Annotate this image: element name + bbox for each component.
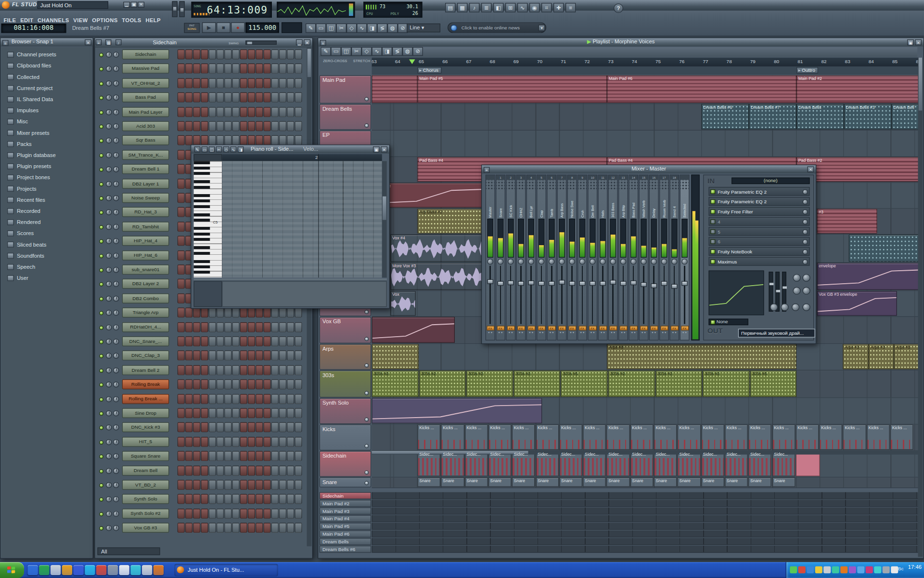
step-cell[interactable] xyxy=(178,437,185,447)
playlist-clip[interactable]: Dream Bells #7 xyxy=(749,104,796,129)
playlist-clip[interactable]: Sidec... xyxy=(678,451,701,476)
fx-slot-mix-knob[interactable] xyxy=(803,189,808,195)
step-cell[interactable] xyxy=(232,308,240,318)
mixer-pan-knob[interactable] xyxy=(498,259,504,264)
step-cell[interactable] xyxy=(271,394,279,404)
step-cell[interactable] xyxy=(287,351,294,361)
step-cell[interactable] xyxy=(264,480,271,490)
fx-enable-button[interactable]: FX xyxy=(568,326,576,330)
channel-button[interactable]: Bass Pad xyxy=(122,92,169,103)
step-cell[interactable] xyxy=(178,135,185,145)
taskbar-task-fl-studio[interactable]: Just Hold On - FL Stu... xyxy=(175,564,278,577)
track-lane[interactable] xyxy=(372,131,920,157)
mixer-strip-record-icon[interactable]: ● ● xyxy=(640,330,648,336)
mixer-strip-send-4[interactable]: 18Send 4FX● ● xyxy=(669,175,679,341)
step-cell[interactable] xyxy=(271,107,279,117)
mixer-strip-selected[interactable]: SelectedFX● ● xyxy=(680,175,690,341)
mixer-strip-bass-pad[interactable]: 14Bass PadFX● ● xyxy=(629,175,638,341)
step-cell[interactable] xyxy=(279,465,286,475)
mixer-pan-knob[interactable] xyxy=(661,259,667,264)
close-button[interactable]: ✕ xyxy=(138,2,144,8)
quicklaunch-icon-5[interactable] xyxy=(74,565,84,575)
playlist-clip[interactable]: Dream Bells xyxy=(796,104,844,129)
mixer-pan-knob[interactable] xyxy=(671,259,678,264)
channel-pan-knob[interactable] xyxy=(106,396,112,402)
step-cell[interactable] xyxy=(224,64,231,74)
step-cell[interactable] xyxy=(295,107,302,117)
step-cell[interactable] xyxy=(271,322,279,332)
step-cell[interactable] xyxy=(240,121,247,131)
playlist-clip[interactable]: Kicks ... xyxy=(867,424,890,449)
quicklaunch-icon-6[interactable] xyxy=(85,565,95,575)
step-cell[interactable] xyxy=(264,78,271,88)
step-cell[interactable] xyxy=(240,50,247,60)
fx-slot-7[interactable]: Fruity NoteBook xyxy=(709,247,810,256)
tray-icon-6[interactable] xyxy=(832,566,839,574)
playlist-clip[interactable]: Kicks ... xyxy=(678,424,701,449)
channel-button[interactable]: Dream Bell 2 xyxy=(122,365,169,375)
channel-pan-knob[interactable] xyxy=(106,324,112,330)
channel-volume-knob[interactable] xyxy=(113,281,119,287)
step-cell[interactable] xyxy=(224,121,231,131)
pl-mute-tool-icon[interactable]: ⊘ xyxy=(413,47,423,56)
channel-button[interactable]: DNC_Snare_... xyxy=(122,336,169,346)
browser-item[interactable]: Impulses xyxy=(2,105,91,117)
step-cell[interactable] xyxy=(271,308,279,318)
step-cell[interactable] xyxy=(271,365,279,375)
step-cell[interactable] xyxy=(264,380,271,390)
zero-cross-toggle[interactable]: ZERO-CROSS xyxy=(323,59,347,63)
step-cell[interactable] xyxy=(240,322,247,332)
playlist-clip[interactable]: Kicks ... xyxy=(725,424,748,449)
browser-item[interactable]: Plugin database xyxy=(2,150,91,161)
step-cell[interactable] xyxy=(279,494,286,504)
step-cell[interactable] xyxy=(248,121,255,131)
channel-volume-knob[interactable] xyxy=(113,238,119,244)
mixer-strip-noise-swe[interactable]: 8Noise SweFX● ● xyxy=(567,175,577,341)
step-cell[interactable] xyxy=(295,422,302,433)
snap-selector[interactable]: Line ▾ xyxy=(407,24,440,32)
step-cell[interactable] xyxy=(217,107,224,117)
tray-icon-1[interactable] xyxy=(790,566,797,574)
mixer-fader[interactable] xyxy=(610,266,616,324)
step-cell[interactable] xyxy=(279,308,286,318)
channel-mute-led[interactable] xyxy=(99,268,103,273)
step-cell[interactable] xyxy=(209,351,216,361)
step-cell[interactable] xyxy=(193,408,200,418)
track-name-Snare[interactable]: Snare xyxy=(320,477,372,487)
step-cell[interactable] xyxy=(256,451,263,461)
mixer-strip-delay[interactable]: 16DelayFX● ● xyxy=(649,175,659,341)
step-cell[interactable] xyxy=(178,107,185,117)
mixer-pan-knob[interactable] xyxy=(600,259,606,264)
step-cell[interactable] xyxy=(264,408,271,418)
channel-mute-led[interactable] xyxy=(99,81,103,86)
fader-handle[interactable] xyxy=(610,280,616,285)
channel-mute-led[interactable] xyxy=(99,282,103,287)
step-cell[interactable] xyxy=(295,380,302,390)
step-cell[interactable] xyxy=(256,494,263,504)
mixer-strip-record-icon[interactable]: ● ● xyxy=(599,330,607,336)
playlist-clip[interactable]: Snare xyxy=(441,477,464,487)
marker-outtro[interactable]: Outtro xyxy=(796,67,818,73)
fader-handle[interactable] xyxy=(569,281,576,286)
browser-close-icon[interactable]: ✕ xyxy=(85,39,91,45)
playlist-clip[interactable]: Dream Bells #3 xyxy=(844,104,892,129)
main-pitch-slider[interactable] xyxy=(180,1,185,17)
step-cell[interactable] xyxy=(256,107,263,117)
mixer-strip-record-icon[interactable]: ● ● xyxy=(486,330,495,336)
channel-mute-led[interactable] xyxy=(99,225,103,229)
channel-mute-led[interactable] xyxy=(99,125,103,129)
step-cell[interactable] xyxy=(224,523,231,533)
fader-handle[interactable] xyxy=(579,281,586,286)
mixer-pan-knob[interactable] xyxy=(641,259,647,264)
channel-button[interactable]: DNC_Kick #3 xyxy=(122,422,169,433)
track-name-Arps[interactable]: Arps xyxy=(320,344,372,370)
channel-pan-knob[interactable] xyxy=(106,353,112,359)
fader-handle[interactable] xyxy=(590,281,596,286)
playlist-scrollbar[interactable] xyxy=(918,58,923,557)
track-mute-icon[interactable] xyxy=(365,444,369,448)
piano-roll-splitter[interactable] xyxy=(194,279,387,281)
channel-volume-knob[interactable] xyxy=(113,267,119,273)
fx-slot-led[interactable] xyxy=(710,239,715,244)
step-cell[interactable] xyxy=(217,64,224,74)
channel-button[interactable]: DB2 Layer 1 xyxy=(122,179,169,189)
